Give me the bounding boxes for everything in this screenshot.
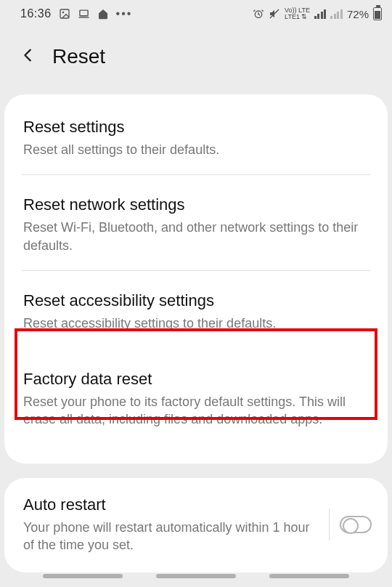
mute-icon: [269, 8, 280, 20]
more-icon: •••: [116, 7, 133, 20]
separator: [329, 509, 330, 541]
divider: [22, 270, 370, 271]
row-desc: Your phone will restart automatically wi…: [23, 519, 319, 554]
reset-settings-row[interactable]: Reset settings Reset all settings to the…: [4, 112, 388, 174]
page-title: Reset: [52, 45, 105, 68]
row-title: Factory data reset: [23, 370, 369, 389]
alarm-icon: [253, 8, 264, 20]
auto-restart-toggle[interactable]: [340, 516, 372, 533]
image-icon: [59, 8, 70, 20]
divider: [22, 174, 370, 175]
auto-restart-row[interactable]: Auto restart Your phone will restart aut…: [23, 495, 319, 554]
row-title: Reset accessibility settings: [23, 291, 369, 310]
row-title: Reset network settings: [23, 195, 369, 214]
status-bar: 16:36 ••• Vo)) LTELTE1 ⇅ 72%: [0, 0, 392, 28]
svg-point-1: [62, 12, 64, 14]
signal-2-icon: [330, 9, 343, 19]
row-desc: Reset accessibility settings to their de…: [23, 315, 369, 332]
nav-back[interactable]: [269, 574, 349, 578]
factory-data-reset-row[interactable]: Factory data reset Reset your phone to i…: [4, 348, 388, 450]
reset-options-card: Reset settings Reset all settings to the…: [4, 94, 388, 463]
clock: 16:36: [20, 7, 52, 20]
system-nav-bar: [0, 574, 392, 578]
signal-icon: [314, 9, 327, 19]
back-button[interactable]: [20, 47, 36, 66]
svg-rect-0: [60, 9, 69, 18]
laptop-icon: [78, 9, 90, 19]
row-desc: Reset all settings to their defaults.: [23, 141, 369, 158]
battery-icon: [373, 7, 382, 20]
auto-restart-card: Auto restart Your phone will restart aut…: [4, 478, 388, 573]
row-desc: Reset Wi-Fi, Bluetooth, and other networ…: [23, 219, 369, 254]
row-title: Auto restart: [23, 495, 319, 514]
svg-rect-2: [79, 10, 87, 16]
network-label: Vo)) LTELTE1 ⇅: [285, 7, 310, 20]
row-desc: Reset your phone to its factory default …: [23, 393, 369, 429]
battery-pct: 72%: [347, 8, 369, 20]
home-icon: [97, 8, 109, 20]
row-title: Reset settings: [23, 118, 369, 137]
reset-accessibility-settings-row[interactable]: Reset accessibility settings Reset acces…: [4, 286, 388, 348]
nav-home[interactable]: [156, 574, 236, 578]
reset-network-settings-row[interactable]: Reset network settings Reset Wi-Fi, Blue…: [4, 190, 388, 270]
page-header: Reset: [0, 28, 392, 94]
nav-recent[interactable]: [43, 574, 123, 578]
